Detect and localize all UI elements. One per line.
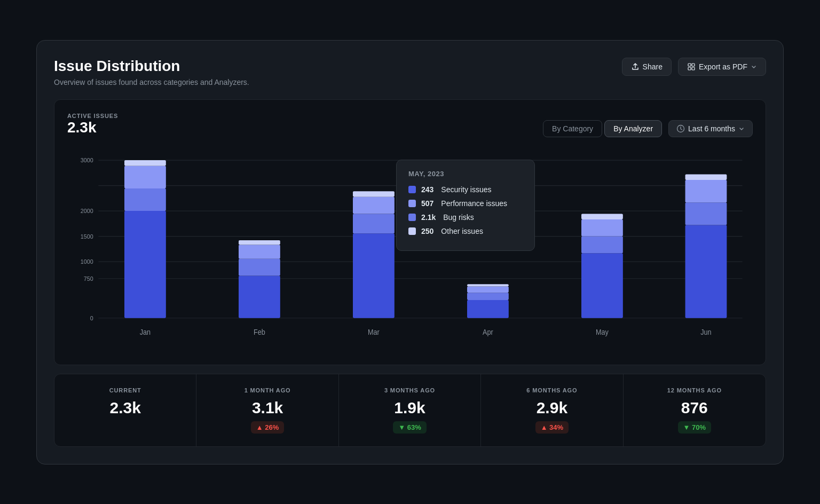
other-label: Other issues <box>441 227 483 235</box>
stat-6months-value: 2.9k <box>494 399 610 417</box>
stat-3months-value: 1.9k <box>352 399 468 417</box>
stat-1month-badge: ▲ 26% <box>251 421 285 434</box>
export-button[interactable]: Export as PDF <box>678 58 766 76</box>
tooltip-row-security: 243 Security issues <box>408 185 523 194</box>
svg-rect-41 <box>685 174 727 180</box>
stat-1month-label: 1 MONTH AGO <box>209 387 325 393</box>
svg-rect-1 <box>692 64 695 66</box>
stat-3months-label: 3 MONTHS AGO <box>352 387 468 393</box>
share-button[interactable]: Share <box>622 58 672 76</box>
svg-rect-24 <box>239 245 280 258</box>
stat-current: CURRENT 2.3k <box>54 374 196 446</box>
bug-value: 2.1k <box>421 213 436 222</box>
stat-6months: 6 MONTHS AGO 2.9k ▲ 34% <box>481 374 623 446</box>
security-color-dot <box>408 186 416 193</box>
tooltip-row-other: 250 Other issues <box>408 227 523 235</box>
svg-text:750: 750 <box>84 275 93 281</box>
svg-rect-18 <box>124 211 166 318</box>
svg-text:Apr: Apr <box>483 328 493 336</box>
svg-rect-35 <box>581 236 623 253</box>
tooltip-row-performance: 507 Performance issues <box>408 199 523 208</box>
security-value: 243 <box>421 185 433 194</box>
header-left: Issue Distribution Overview of issues fo… <box>54 58 249 86</box>
svg-text:1000: 1000 <box>81 258 93 264</box>
chart-tooltip: MAY, 2023 243 Security issues 507 Perfor… <box>396 160 535 251</box>
svg-rect-25 <box>239 240 280 245</box>
stat-1month: 1 MONTH AGO 3.1k ▲ 26% <box>196 374 338 446</box>
svg-rect-0 <box>688 64 691 66</box>
svg-text:0: 0 <box>90 314 93 321</box>
header-actions: Share Export as PDF <box>622 58 766 76</box>
stat-12months: 12 MONTHS AGO 876 ▼ 70% <box>624 374 766 446</box>
svg-rect-33 <box>467 284 509 286</box>
security-label: Security issues <box>441 185 491 194</box>
svg-rect-40 <box>685 180 727 202</box>
page-header: Issue Distribution Overview of issues fo… <box>54 58 766 86</box>
svg-rect-32 <box>467 286 509 293</box>
svg-rect-37 <box>581 214 623 219</box>
active-issues-value: 2.3k <box>67 119 118 136</box>
stat-12months-badge: ▼ 70% <box>678 421 712 434</box>
other-color-dot <box>408 227 416 235</box>
svg-rect-23 <box>239 258 280 275</box>
svg-rect-22 <box>239 275 280 318</box>
date-filter[interactable]: Last 6 months <box>668 120 753 137</box>
svg-text:May: May <box>596 328 609 336</box>
page-subtitle: Overview of issues found across categori… <box>54 78 249 86</box>
stat-12months-value: 876 <box>636 399 753 417</box>
other-value: 250 <box>421 227 433 235</box>
svg-text:Jan: Jan <box>140 328 151 336</box>
chart-card: ACTIVE ISSUES 2.3k By Category By Analyz… <box>54 99 766 365</box>
svg-text:3000: 3000 <box>81 156 93 163</box>
svg-rect-19 <box>124 188 166 210</box>
svg-rect-21 <box>124 160 166 166</box>
active-issues-label: ACTIVE ISSUES <box>67 113 118 119</box>
performance-value: 507 <box>421 199 433 208</box>
svg-rect-39 <box>685 202 727 225</box>
clock-icon <box>676 124 685 133</box>
chevron-down-icon <box>751 64 757 70</box>
svg-text:Feb: Feb <box>254 328 265 336</box>
stat-3months-badge: ▼ 63% <box>393 421 427 434</box>
svg-rect-38 <box>685 225 727 318</box>
chart-area: 3000 2000 1500 1000 750 0 <box>67 149 753 352</box>
svg-text:1500: 1500 <box>81 233 93 239</box>
svg-rect-31 <box>467 293 509 300</box>
stat-current-label: CURRENT <box>67 387 183 393</box>
svg-rect-20 <box>124 166 166 188</box>
bug-label: Bug risks <box>443 213 474 222</box>
svg-rect-34 <box>581 253 623 318</box>
active-issues-section: ACTIVE ISSUES 2.3k <box>67 113 118 145</box>
svg-rect-30 <box>467 300 509 318</box>
performance-color-dot <box>408 200 416 207</box>
svg-text:Mar: Mar <box>368 328 380 336</box>
svg-rect-27 <box>353 214 395 233</box>
page-title: Issue Distribution <box>54 58 249 75</box>
share-icon <box>631 62 640 71</box>
svg-rect-26 <box>353 233 395 318</box>
export-icon <box>687 62 696 71</box>
stat-12months-label: 12 MONTHS AGO <box>636 387 753 393</box>
stats-row: CURRENT 2.3k 1 MONTH AGO 3.1k ▲ 26% 3 MO… <box>54 374 766 447</box>
stat-6months-label: 6 MONTHS AGO <box>494 387 610 393</box>
svg-rect-3 <box>692 67 695 70</box>
svg-text:Jun: Jun <box>700 328 711 336</box>
svg-rect-28 <box>353 196 395 214</box>
tooltip-title: MAY, 2023 <box>408 170 523 178</box>
stat-3months: 3 MONTHS AGO 1.9k ▼ 63% <box>339 374 481 446</box>
tab-by-category[interactable]: By Category <box>543 120 602 137</box>
stat-6months-badge: ▲ 34% <box>535 421 569 434</box>
svg-text:2000: 2000 <box>81 207 93 214</box>
stat-current-value: 2.3k <box>67 399 183 417</box>
svg-rect-29 <box>353 191 395 197</box>
svg-rect-2 <box>688 67 691 70</box>
chevron-down-icon <box>738 125 745 132</box>
chart-header: ACTIVE ISSUES 2.3k By Category By Analyz… <box>67 113 753 145</box>
stat-1month-value: 3.1k <box>209 399 325 417</box>
tab-by-analyzer[interactable]: By Analyzer <box>604 120 662 137</box>
page-wrapper: Issue Distribution Overview of issues fo… <box>36 40 784 464</box>
chart-controls: By Category By Analyzer Last 6 months <box>543 120 753 137</box>
bug-color-dot <box>408 214 416 221</box>
svg-rect-36 <box>581 219 623 236</box>
tooltip-row-bug: 2.1k Bug risks <box>408 213 523 222</box>
